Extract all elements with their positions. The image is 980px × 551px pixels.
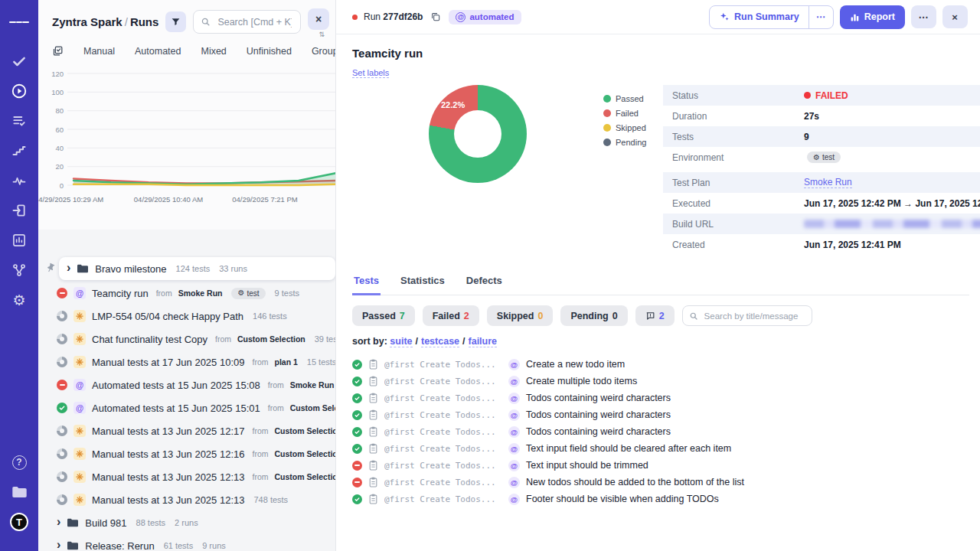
report-button[interactable]: Report [840, 5, 905, 29]
pinned-folder-row[interactable]: ›Bravo milestone124 tests33 runs [38, 256, 335, 282]
run-list-item[interactable]: @Teamcity runfromSmoke Run⚙test9 tests [38, 282, 335, 305]
tab-mixed[interactable]: Mixed [201, 46, 226, 57]
runs-play-icon[interactable] [9, 81, 29, 101]
folder-row[interactable]: ›Release: Rerun61 tests9 runs [38, 534, 335, 551]
panel-close-button[interactable]: × [308, 8, 329, 30]
run-list-item[interactable]: Manual tests at 13 Jun 2025 12:17fromCus… [38, 419, 335, 442]
test-row[interactable]: @first Create Todos...@Text input field … [352, 440, 969, 457]
clipboard-icon [368, 426, 378, 437]
run-id: 277df26b [383, 11, 423, 22]
tab-unfinished[interactable]: Unfinished [247, 46, 292, 57]
manual-run-icon [74, 425, 86, 437]
sort-by-suite[interactable]: suite [390, 336, 412, 347]
detail-label: Test Plan [672, 178, 804, 188]
run-list-item[interactable]: Manual tests at 13 Jun 2025 12:13748 tes… [38, 488, 335, 511]
test-row[interactable]: @first Create Todos...@Text input should… [352, 457, 969, 474]
folder-row[interactable]: ›Build 98188 tests2 runs [38, 511, 335, 534]
test-title: Text input field should be cleared after… [526, 443, 731, 454]
projects-folder-icon[interactable] [9, 482, 29, 502]
filter-pill-pending[interactable]: Pending0 [560, 305, 627, 326]
chevron-right-icon[interactable]: › [67, 262, 70, 274]
run-name: Teamcity run [92, 288, 149, 299]
run-from-label: from [252, 449, 268, 458]
run-list-item[interactable]: @Automated tests at 15 Jun 2025 15:08fro… [38, 373, 335, 396]
chevron-right-icon[interactable]: › [57, 516, 60, 528]
folder-row-selected[interactable]: ›Bravo milestone124 tests33 runs [59, 257, 335, 280]
steps-icon[interactable] [9, 141, 29, 161]
passed-percent-label: 77.8% [494, 230, 518, 240]
copy-run-id-button[interactable] [429, 10, 443, 24]
legend-dot [603, 109, 611, 117]
manual-run-icon [74, 494, 86, 506]
close-run-button[interactable]: × [942, 5, 968, 28]
clipboard-icon [368, 477, 378, 487]
test-row[interactable]: @first Create Todos...@Todos containing … [352, 390, 969, 406]
legend-item-pending[interactable]: Pending [603, 138, 663, 147]
run-list-item[interactable]: LMP-554 05/04 check Happy Path146 tests [38, 305, 335, 328]
app-logo[interactable]: T [9, 512, 29, 532]
set-labels-link[interactable]: Set labels [352, 68, 389, 78]
search-input[interactable] [216, 16, 293, 28]
sort-by-failure[interactable]: failure [469, 336, 498, 347]
automated-test-icon: @ [508, 409, 520, 421]
run-list-item[interactable]: @Automated tests at 15 Jun 2025 15:01fro… [38, 396, 335, 419]
test-row[interactable]: @first Create Todos...@Create a new todo… [352, 356, 969, 373]
tab-automated[interactable]: Automated [135, 46, 181, 57]
filter-pill-skipped[interactable]: Skipped0 [487, 305, 554, 326]
filter-pill-failed[interactable]: Failed2 [423, 305, 479, 326]
test-plan-link[interactable]: Smoke Run [804, 177, 852, 188]
run-summary-button[interactable]: Run Summary ⋯ [709, 5, 834, 29]
test-row[interactable]: @first Create Todos...@Todos containing … [352, 406, 969, 423]
legend-item-failed[interactable]: Failed [603, 109, 663, 118]
svg-text:20: 20 [55, 162, 64, 171]
legend-item-skipped[interactable]: Skipped [603, 123, 663, 132]
run-status-dot [352, 15, 358, 20]
automated-run-icon: @ [74, 402, 86, 414]
more-actions-button[interactable]: ⋯ [911, 5, 936, 28]
menu-icon[interactable] [9, 12, 29, 32]
select-runs-icon[interactable] [52, 45, 64, 57]
tab-tests[interactable]: Tests [352, 272, 381, 295]
clipboard-icon [368, 443, 378, 454]
branch-icon[interactable] [9, 260, 29, 280]
help-icon[interactable]: ? [9, 452, 29, 472]
test-suite-path: @first Create Todos... [384, 377, 502, 386]
sign-in-icon[interactable] [9, 201, 29, 220]
folder-runs-count: 33 runs [219, 264, 247, 273]
run-list-item[interactable]: Manual tests at 13 Jun 2025 12:13fromCus… [38, 465, 335, 488]
chevron-right-icon[interactable]: › [57, 539, 60, 551]
run-plan-name: Smoke Run [290, 380, 335, 390]
analytics-icon[interactable] [9, 230, 29, 250]
filter-funnel-button[interactable] [165, 11, 186, 32]
test-row[interactable]: @first Create Todos...@New todos should … [352, 474, 969, 491]
filter-pill-comments[interactable]: 2 [635, 305, 675, 326]
tab-manual[interactable]: Manual [83, 46, 115, 57]
breadcrumb-project[interactable]: Zyntra Spark [52, 15, 122, 28]
sidebar: ⚙ ? T [0, 0, 38, 551]
legend-item-passed[interactable]: Passed [603, 94, 663, 103]
tests-search-input[interactable] [703, 311, 805, 321]
tab-groups[interactable]: Groups [312, 46, 336, 57]
detail-row-build-url: Build URL [663, 214, 980, 234]
sort-order-icon[interactable]: ⇅ [318, 31, 325, 38]
test-row[interactable]: @first Create Todos...@Footer should be … [352, 491, 969, 507]
filter-pill-passed[interactable]: Passed7 [352, 305, 415, 326]
list-check-icon[interactable] [9, 111, 29, 131]
build-url-redacted-link[interactable] [804, 220, 980, 228]
run-list-item[interactable]: Manual tests at 17 Jun 2025 10:09frompla… [38, 350, 335, 373]
run-name: Manual tests at 13 Jun 2025 12:13 [92, 471, 244, 483]
breadcrumb-page[interactable]: Runs [130, 15, 159, 28]
run-summary-more-button[interactable]: ⋯ [808, 6, 833, 28]
tab-statistics[interactable]: Statistics [399, 272, 446, 295]
trend-chart-svg: 02040608010012004/29/2025 10:29 AM04/29/… [38, 66, 336, 215]
tab-defects[interactable]: Defects [465, 272, 504, 295]
run-list-item[interactable]: Manual tests at 13 Jun 2025 12:16fromCus… [38, 442, 335, 465]
settings-gear-icon[interactable]: ⚙ [9, 290, 29, 310]
test-suite-path: @first Create Todos... [384, 478, 502, 487]
check-icon[interactable] [9, 51, 29, 71]
test-row[interactable]: @first Create Todos...@Todos containing … [352, 423, 969, 440]
run-list-item[interactable]: Chat functinality test CopyfromCustom Se… [38, 328, 335, 350]
sort-by-testcase[interactable]: testcase [421, 336, 459, 347]
pulse-icon[interactable] [9, 171, 29, 191]
test-row[interactable]: @first Create Todos...@Create multiple t… [352, 373, 969, 390]
